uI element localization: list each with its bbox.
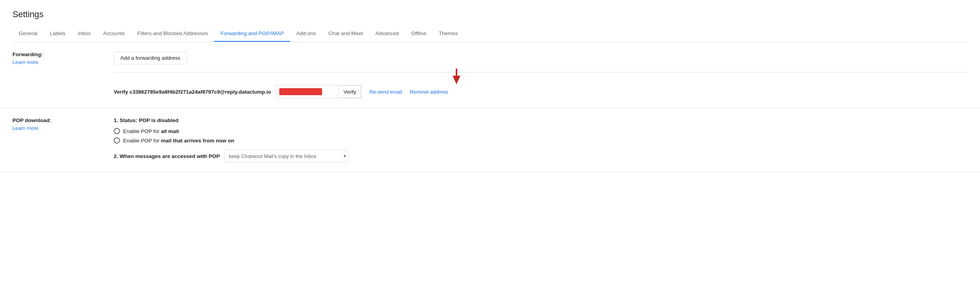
forwarding-learn-more[interactable]: Learn more <box>12 59 38 65</box>
verify-prefix-label: Verify c33862785e9a8f4b2f271a24af8797c9@… <box>114 89 271 95</box>
resend-email-link[interactable]: Re-send email <box>369 89 402 95</box>
pop-learn-more[interactable]: Learn more <box>12 125 38 131</box>
forwarding-verify-area: Verify c33862785e9a8f4b2f271a24af8797c9@… <box>114 72 968 98</box>
pop-section: POP download: Learn more 1. Status: POP … <box>0 108 980 172</box>
tab-filters[interactable]: Filters and Blocked Addresses <box>131 26 214 42</box>
when-accessed-label: 2. When messages are accessed with POP <box>114 153 220 159</box>
add-forwarding-button[interactable]: Add a forwarding address <box>114 51 187 64</box>
arrow-stem <box>456 69 457 76</box>
pop-dropdown[interactable]: keep Chatwoot Mail's copy in the Inbox m… <box>224 150 349 162</box>
forwarding-body: Add a forwarding address Verify c3386278… <box>114 51 968 98</box>
when-accessed-row: 2. When messages are accessed with POP k… <box>114 150 968 162</box>
pop-option2-text: Enable POP for mail that arrives from no… <box>123 138 234 144</box>
settings-header: Settings General Labels Inbox Accounts F… <box>0 0 980 42</box>
forwarding-label: Forwarding: <box>12 51 114 57</box>
pop-label: POP download: <box>12 117 114 123</box>
pop-body: 1. Status: POP is disabled Enable POP fo… <box>114 117 968 162</box>
page-title: Settings <box>12 9 968 20</box>
pop-dropdown-wrapper: keep Chatwoot Mail's copy in the Inbox m… <box>224 150 349 162</box>
forwarding-section: Forwarding: Learn more Add a forwarding … <box>0 42 980 108</box>
radio-all-mail[interactable] <box>114 128 120 134</box>
settings-content: Forwarding: Learn more Add a forwarding … <box>0 42 980 172</box>
verify-email: c33862785e9a8f4b2f271a24af8797c9@reply.d… <box>130 89 271 95</box>
pop-status: 1. Status: POP is disabled <box>114 117 968 123</box>
tab-addons[interactable]: Add-ons <box>290 26 322 42</box>
tab-advanced[interactable]: Advanced <box>369 26 405 42</box>
verify-input-group: Verify <box>276 85 362 98</box>
forwarding-label-area: Forwarding: Learn more <box>12 51 114 65</box>
pop-label-area: POP download: Learn more <box>12 117 114 131</box>
remove-address-link[interactable]: Remove address <box>410 89 448 95</box>
tab-chat[interactable]: Chat and Meet <box>322 26 369 42</box>
tab-accounts[interactable]: Accounts <box>97 26 131 42</box>
tab-offline[interactable]: Offline <box>405 26 433 42</box>
pop-option-from-now: Enable POP for mail that arrives from no… <box>114 137 968 144</box>
tab-themes[interactable]: Themes <box>433 26 464 42</box>
tabs-bar: General Labels Inbox Accounts Filters an… <box>12 26 968 42</box>
tab-general[interactable]: General <box>12 26 44 42</box>
pop-option-all-mail: Enable POP for all mail <box>114 128 968 134</box>
tab-labels[interactable]: Labels <box>44 26 72 42</box>
verify-code-redacted <box>279 88 322 95</box>
verify-input-inner <box>276 85 338 98</box>
verify-button[interactable]: Verify <box>338 85 361 98</box>
radio-from-now[interactable] <box>114 137 120 144</box>
tab-inbox[interactable]: Inbox <box>72 26 97 42</box>
forwarding-verify-row: Verify c33862785e9a8f4b2f271a24af8797c9@… <box>114 80 968 98</box>
tab-forwarding[interactable]: Forwarding and POP/IMAP <box>214 26 290 42</box>
pop-option1-text: Enable POP for all mail <box>123 128 179 134</box>
